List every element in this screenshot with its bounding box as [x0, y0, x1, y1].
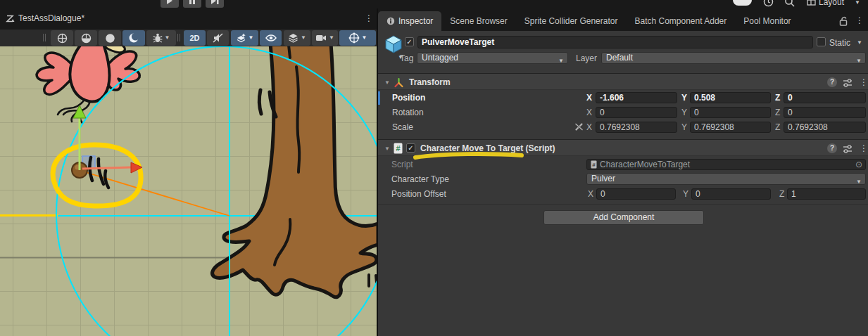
pause-icon — [189, 0, 196, 5]
lock-open-icon[interactable] — [839, 16, 848, 26]
foldout-icon[interactable]: ▼ — [384, 79, 390, 86]
script-label: Script — [391, 160, 413, 169]
axis-z-label: Z — [779, 189, 784, 199]
wire-sphere-toggle[interactable] — [51, 30, 73, 46]
overlay-handle[interactable] — [177, 34, 178, 41]
overlay-handle[interactable] — [45, 34, 46, 41]
tab-label: Inspector — [398, 16, 433, 26]
position-x-field[interactable]: -1.606 — [596, 92, 677, 103]
help-icon[interactable]: ? — [827, 77, 837, 87]
play-icon — [166, 0, 173, 5]
component-separator — [378, 204, 868, 205]
tab-inspector[interactable]: Inspector — [378, 11, 441, 31]
debug-dropdown[interactable]: ▼ — [146, 30, 176, 46]
2d-toggle[interactable]: 2D — [184, 30, 206, 46]
solid-sphere-toggle[interactable] — [99, 30, 121, 46]
window-titlebar: Layout ▼ — [0, 0, 868, 8]
offset-y-field[interactable]: 0 — [691, 188, 771, 200]
axis-y-label: Y — [681, 93, 687, 103]
transform-header[interactable]: ▼ Transform ? ⋮ — [378, 73, 868, 90]
position-label: Position — [392, 93, 425, 103]
static-checkbox[interactable] — [817, 37, 826, 46]
layer-dropdown[interactable]: Default ▼ — [601, 52, 866, 64]
rotation-y-field[interactable]: 0 — [690, 107, 771, 118]
layout-grid-icon[interactable] — [807, 0, 817, 6]
search-icon[interactable] — [784, 0, 795, 7]
gameobject-name-field[interactable]: PulverMoveTarget — [417, 36, 813, 49]
tab-scene-browser[interactable]: Scene Browser — [441, 11, 515, 31]
static-label: Static — [829, 38, 850, 48]
scene-view-toolbar: ▼ 2D ▼ ▼ ▼ ▼ — [0, 30, 378, 46]
pause-button[interactable] — [183, 0, 201, 8]
axis-x-label: X — [586, 108, 592, 117]
object-picker-icon[interactable]: ⊙ — [855, 160, 862, 169]
presets-icon[interactable] — [843, 78, 853, 87]
audio-mute-toggle[interactable] — [207, 30, 229, 46]
tag-label: Tag — [400, 53, 413, 63]
inspector-tab-bar: Inspector Scene Browser Sprite Collider … — [378, 11, 868, 31]
half-sphere-toggle[interactable] — [75, 30, 97, 46]
help-icon[interactable]: ? — [827, 143, 837, 153]
gameobject-cube-icon — [383, 34, 404, 55]
axis-x-label: X — [588, 189, 593, 199]
rotation-x-field[interactable]: 0 — [596, 107, 677, 118]
scene-canvas[interactable] — [0, 46, 378, 336]
annotation-yellow-underline — [412, 151, 526, 161]
history-clock-icon[interactable] — [763, 0, 774, 7]
visibility-toggle[interactable] — [260, 30, 282, 46]
crescent-toggle[interactable] — [122, 30, 145, 46]
wire-sphere-icon — [57, 33, 68, 44]
scene-panel: TestAssDialogue* ⋮ ▼ 2D — [0, 8, 378, 336]
inspector-menu-icon[interactable]: ⋮ — [855, 15, 864, 25]
scene-tab-title[interactable]: TestAssDialogue* — [18, 13, 84, 23]
tab-label: Scene Browser — [450, 16, 507, 26]
script-menu-icon[interactable]: ⋮ — [860, 143, 868, 153]
scale-label: Scale — [392, 122, 413, 132]
axis-z-label: Z — [775, 108, 780, 117]
offset-z-field[interactable]: 1 — [787, 188, 866, 200]
scene-tab-menu-icon[interactable]: ⋮ — [365, 13, 373, 23]
layout-caret-icon[interactable]: ▼ — [855, 0, 860, 6]
position-y-field[interactable]: 0.508 — [690, 92, 771, 103]
caret-down-icon: ▼ — [329, 35, 334, 41]
play-button[interactable] — [161, 0, 179, 8]
tab-batch-component-adder[interactable]: Batch Component Adder — [626, 11, 735, 31]
axis-y-label: Y — [681, 108, 687, 117]
position-z-field[interactable]: 0 — [784, 92, 866, 103]
position-offset-label: Position Offset — [391, 189, 446, 199]
inspector-content: ▼ ✓ PulverMoveTarget Static ▼ Tag Untagg… — [378, 31, 868, 336]
presets-icon[interactable] — [843, 144, 853, 153]
script-object-field[interactable]: # CharacterMoveToTarget ⊙ — [586, 159, 866, 170]
transform-title: Transform — [409, 77, 451, 87]
layout-dropdown[interactable]: Layout — [819, 0, 844, 7]
scale-x-field[interactable]: 0.7692308 — [596, 122, 677, 133]
tab-label: Sprite Collider Generator — [524, 16, 618, 26]
caret-down-icon: ▼ — [249, 35, 254, 41]
camera-dropdown[interactable]: ▼ — [312, 30, 338, 46]
gameobject-active-checkbox[interactable]: ✓ — [405, 37, 414, 46]
solid-sphere-icon — [105, 33, 115, 44]
tab-sprite-collider-generator[interactable]: Sprite Collider Generator — [516, 11, 627, 31]
tag-dropdown[interactable]: Untagged ▼ — [417, 52, 568, 64]
foldout-icon[interactable]: ▼ — [384, 146, 390, 152]
effects-dropdown[interactable]: ▼ — [231, 30, 258, 46]
rotation-z-field[interactable]: 0 — [784, 107, 866, 118]
add-component-button[interactable]: Add Component — [543, 210, 704, 225]
scale-y-field[interactable]: 0.7692308 — [690, 122, 771, 133]
tab-pool-monitor[interactable]: Pool Monitor — [735, 11, 799, 31]
offset-x-field[interactable]: 0 — [596, 188, 676, 200]
static-caret-icon[interactable]: ▼ — [857, 40, 862, 46]
layers-dropdown[interactable]: ▼ — [284, 30, 310, 46]
transform-menu-icon[interactable]: ⋮ — [860, 77, 868, 87]
gizmos-dropdown[interactable]: ▼ — [339, 30, 376, 46]
axis-x-label: X — [586, 122, 592, 132]
scale-z-field[interactable]: 0.7692308 — [784, 122, 866, 133]
overlay-handle[interactable] — [180, 34, 180, 41]
step-button[interactable] — [206, 0, 224, 8]
broken-link-icon[interactable] — [574, 122, 584, 131]
caret-down-icon: ▼ — [362, 35, 367, 41]
overlay-handle[interactable] — [43, 34, 44, 41]
character-type-dropdown[interactable]: Pulver ▼ — [586, 173, 866, 185]
script-value: CharacterMoveToTarget — [600, 160, 690, 169]
cloud-button[interactable] — [733, 0, 752, 6]
